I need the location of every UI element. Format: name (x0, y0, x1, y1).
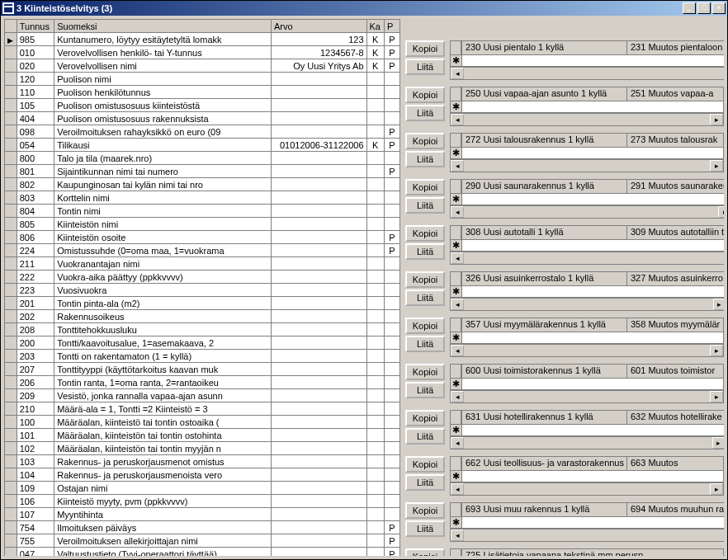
cell-p[interactable] (385, 416, 400, 429)
scroll-left-icon[interactable]: ◂ (451, 483, 464, 495)
text-cell[interactable]: 725 Lisätietoja vapaana tekstinä mm peru… (461, 548, 724, 556)
row-selector[interactable] (5, 73, 17, 86)
cell-p[interactable]: P (385, 244, 400, 257)
cell-tunnus[interactable]: 020 (17, 59, 54, 73)
liita-button[interactable]: Liitä (405, 105, 445, 121)
row-selector[interactable] (5, 389, 17, 402)
table-row[interactable]: 803Korttelin nimi (5, 191, 400, 205)
cell-tunnus[interactable]: 805 (17, 218, 54, 231)
kopioi-button[interactable]: Kopioi (405, 87, 445, 103)
cell-tunnus[interactable]: 224 (17, 244, 54, 257)
table-row[interactable]: 404Puolison omistusosuus rakennuksista (5, 112, 400, 125)
section-col1[interactable]: 230 Uusi pientalo 1 kyllä (461, 40, 626, 55)
cell-tunnus[interactable]: 101 (17, 429, 54, 442)
horizontal-scrollbar[interactable]: ◂▸ (450, 252, 724, 265)
cell-arvo[interactable] (271, 495, 366, 508)
cell-suomeksi[interactable]: Veroilmoituksen rahayksikkö on euro (09 (54, 125, 272, 139)
cell-p[interactable] (385, 350, 400, 363)
table-row[interactable]: 804Tontin nimi (5, 205, 400, 218)
cell-tunnus[interactable]: 098 (17, 125, 54, 139)
cell-tunnus[interactable]: 120 (17, 73, 54, 86)
col-p[interactable]: P (385, 20, 400, 33)
cell-suomeksi[interactable]: Vuokra-aika päättyy (ppkkvvvv) (54, 271, 272, 284)
row-selector[interactable] (5, 112, 17, 125)
horizontal-scrollbar[interactable]: ◂▸ (450, 67, 724, 80)
horizontal-scrollbar[interactable]: ◂▸ (450, 159, 724, 172)
table-row[interactable]: 203Tontti on rakentamaton (1 = kyllä) (5, 350, 400, 363)
cell-suomeksi[interactable]: Tonttitehokkuusluku (54, 323, 272, 336)
horizontal-scrollbar[interactable]: ◂▸ (450, 205, 724, 219)
new-row[interactable]: ✱ (450, 148, 724, 159)
cell-tunnus[interactable]: 223 (17, 284, 54, 297)
cell-k[interactable] (366, 548, 385, 557)
cell-k[interactable] (366, 402, 385, 416)
cell-suomeksi[interactable]: Vuokranantajan nimi (54, 257, 272, 271)
cell-suomeksi[interactable]: Korttelin nimi (54, 191, 272, 205)
cell-suomeksi[interactable]: Puolison omistusosuus rakennuksista (54, 112, 272, 125)
cell-suomeksi[interactable]: Tilikausi (54, 139, 272, 152)
cell-arvo[interactable] (271, 521, 366, 534)
cell-arvo[interactable]: Oy Uusi Yritys Ab (271, 59, 366, 73)
table-row[interactable]: 107Myyntihinta (5, 508, 400, 521)
new-row[interactable]: ✱ (450, 517, 724, 529)
row-selector[interactable] (5, 376, 17, 389)
cell-suomeksi[interactable]: Sijaintikunnan nimi tai numero (54, 165, 272, 178)
cell-suomeksi[interactable]: Puolison nimi (54, 73, 272, 86)
row-selector[interactable] (5, 495, 17, 508)
cell-k[interactable] (366, 231, 385, 244)
section-col1[interactable]: 308 Uusi autotalli 1 kyllä (461, 225, 626, 240)
col-tunnus[interactable]: Tunnus (17, 20, 54, 33)
cell-suomeksi[interactable]: Vuosivuokra (54, 284, 272, 297)
row-selector[interactable] (5, 416, 17, 429)
table-row[interactable]: 120Puolison nimi (5, 73, 400, 86)
row-selector[interactable] (5, 205, 17, 218)
cell-arvo[interactable] (271, 376, 366, 389)
cell-tunnus[interactable]: 010 (17, 46, 54, 59)
cell-tunnus[interactable]: 806 (17, 231, 54, 244)
section-col2[interactable]: 327 Muutos asuinkerro (626, 271, 724, 286)
row-selector[interactable] (5, 244, 17, 257)
new-row[interactable]: ✱ (450, 101, 724, 113)
cell-p[interactable] (385, 402, 400, 416)
kopioi-button[interactable]: Kopioi (405, 548, 445, 556)
cell-suomeksi[interactable]: Verovelvollisen henkilö- tai Y-tunnus (54, 46, 272, 59)
cell-p[interactable]: P (385, 46, 400, 59)
table-row[interactable]: 208Tonttitehokkuusluku (5, 323, 400, 336)
cell-k[interactable] (366, 191, 385, 205)
cell-p[interactable] (385, 297, 400, 310)
cell-tunnus[interactable]: 803 (17, 191, 54, 205)
cell-arvo[interactable] (271, 468, 366, 482)
cell-p[interactable] (385, 112, 400, 125)
cell-arvo[interactable] (271, 336, 366, 350)
cell-p[interactable] (385, 73, 400, 86)
cell-tunnus[interactable]: 047 (17, 548, 54, 557)
cell-arvo[interactable]: 01012006-31122006 (271, 139, 366, 152)
cell-tunnus[interactable]: 404 (17, 112, 54, 125)
liita-button[interactable]: Liitä (405, 520, 445, 537)
maximize-button[interactable]: □ (697, 2, 711, 14)
cell-arvo[interactable] (271, 178, 366, 191)
cell-k[interactable] (366, 86, 385, 99)
kopioi-button[interactable]: Kopioi (405, 364, 445, 380)
cell-suomeksi[interactable]: Tontin ranta, 1=oma ranta, 2=rantaoikeu (54, 376, 272, 389)
cell-arvo[interactable]: 123 (271, 33, 366, 46)
cell-suomeksi[interactable]: Määräalan, kiinteistö tai tontin ostoaik… (54, 416, 272, 429)
cell-k[interactable] (366, 455, 385, 468)
section-col1[interactable]: 290 Uusi saunarakennus 1 kyllä (461, 179, 626, 194)
cell-tunnus[interactable]: 202 (17, 310, 54, 323)
row-selector[interactable] (5, 33, 17, 46)
liita-button[interactable]: Liitä (405, 151, 445, 167)
row-selector[interactable] (5, 46, 17, 59)
cell-k[interactable] (366, 416, 385, 429)
table-row[interactable]: 210Määrä-ala = 1, Tontti =2 Kiinteistö =… (5, 402, 400, 416)
cell-arvo[interactable] (271, 389, 366, 402)
kopioi-button[interactable]: Kopioi (405, 318, 445, 334)
cell-arvo[interactable] (271, 442, 366, 455)
cell-tunnus[interactable]: 802 (17, 178, 54, 191)
cell-p[interactable] (385, 508, 400, 521)
section-col2[interactable]: 273 Muutos talousrak (626, 133, 724, 148)
cell-p[interactable] (385, 482, 400, 495)
row-selector[interactable] (5, 548, 17, 557)
cell-arvo[interactable] (271, 191, 366, 205)
cell-k[interactable] (366, 429, 385, 442)
